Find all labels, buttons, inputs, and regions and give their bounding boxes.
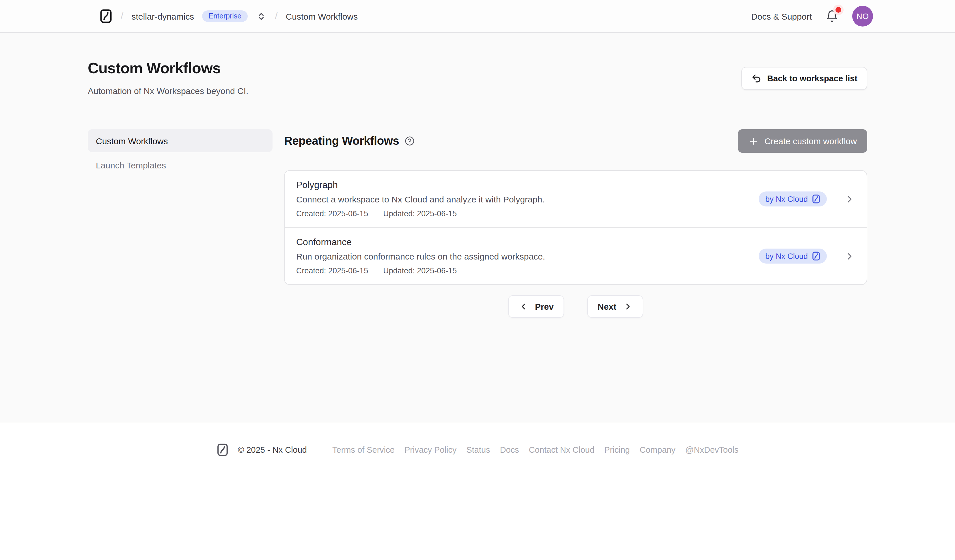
- workflow-row-polygraph[interactable]: Polygraph Connect a workspace to Nx Clou…: [285, 171, 867, 227]
- create-custom-workflow-button[interactable]: Create custom workflow: [738, 129, 867, 153]
- footer-link-docs[interactable]: Docs: [500, 445, 519, 454]
- footer-link-status[interactable]: Status: [466, 445, 490, 454]
- breadcrumb-separator: /: [121, 10, 123, 22]
- workflows-list: Polygraph Connect a workspace to Nx Clou…: [284, 170, 867, 285]
- workflow-updated: Updated: 2025-06-15: [383, 267, 457, 275]
- section-heading: Repeating Workflows: [284, 134, 399, 148]
- footer-link-terms[interactable]: Terms of Service: [332, 445, 395, 454]
- page-content: Custom Workflows Automation of Nx Worksp…: [0, 33, 955, 423]
- back-button-label: Back to workspace list: [767, 74, 858, 83]
- footer: © 2025 - Nx Cloud Terms of Service Priva…: [0, 423, 955, 560]
- nx-logo-icon[interactable]: [216, 443, 229, 457]
- undo-arrow-icon: [751, 73, 761, 84]
- chevron-right-icon: [623, 302, 632, 312]
- nx-logo-icon: [812, 251, 820, 261]
- notifications-button[interactable]: [825, 9, 839, 23]
- page-header: Custom Workflows Automation of Nx Worksp…: [88, 59, 867, 96]
- footer-link-privacy[interactable]: Privacy Policy: [404, 445, 457, 454]
- notification-dot: [836, 7, 841, 13]
- docs-support-link[interactable]: Docs & Support: [751, 11, 812, 21]
- workflow-name: Conformance: [296, 237, 750, 247]
- header-actions: Docs & Support NO: [751, 6, 873, 27]
- footer-link-nxdevtools[interactable]: @NxDevTools: [685, 445, 739, 454]
- by-nx-cloud-badge[interactable]: by Nx Cloud: [759, 192, 827, 206]
- footer-link-company[interactable]: Company: [640, 445, 676, 454]
- page-subtitle: Automation of Nx Workspaces beyond CI.: [88, 86, 248, 96]
- workflow-description: Connect a workspace to Nx Cloud and anal…: [296, 194, 750, 204]
- breadcrumb-page: Custom Workflows: [286, 11, 358, 21]
- help-circle-icon: [405, 136, 415, 146]
- prev-label: Prev: [535, 302, 554, 312]
- next-page-button[interactable]: Next: [587, 295, 643, 318]
- footer-links: Terms of Service Privacy Policy Status D…: [332, 445, 739, 454]
- back-to-workspace-list-button[interactable]: Back to workspace list: [741, 67, 867, 90]
- prev-page-button[interactable]: Prev: [509, 295, 564, 318]
- help-button[interactable]: [405, 136, 415, 146]
- chevron-right-icon: [844, 193, 855, 204]
- workflow-updated: Updated: 2025-06-15: [383, 209, 457, 218]
- page-title: Custom Workflows: [88, 59, 248, 77]
- footer-link-contact[interactable]: Contact Nx Cloud: [529, 445, 595, 454]
- workflow-created: Created: 2025-06-15: [296, 267, 368, 275]
- breadcrumb: / stellar-dynamics Enterprise / Custom W…: [99, 9, 358, 23]
- pagination: Prev Next: [284, 295, 867, 318]
- by-nx-cloud-badge[interactable]: by Nx Cloud: [759, 248, 827, 264]
- create-button-label: Create custom workflow: [764, 136, 857, 146]
- footer-link-pricing[interactable]: Pricing: [604, 445, 630, 454]
- badge-label: by Nx Cloud: [766, 195, 808, 203]
- workspace-switcher-button[interactable]: [256, 11, 267, 22]
- app-root: / stellar-dynamics Enterprise / Custom W…: [0, 0, 955, 560]
- chevron-left-icon: [519, 302, 529, 312]
- copyright-text: © 2025 - Nx Cloud: [238, 445, 307, 454]
- nx-logo-icon: [812, 194, 820, 204]
- plan-badge: Enterprise: [202, 10, 248, 22]
- workflow-created: Created: 2025-06-15: [296, 209, 368, 218]
- sidebar-item-custom-workflows[interactable]: Custom Workflows: [88, 129, 272, 152]
- breadcrumb-separator: /: [275, 10, 277, 22]
- settings-sidebar: Custom Workflows Launch Templates: [88, 129, 272, 176]
- badge-label: by Nx Cloud: [766, 252, 808, 261]
- next-label: Next: [598, 302, 616, 312]
- workflow-description: Run organization conformance rules on th…: [296, 251, 750, 261]
- sidebar-item-launch-templates[interactable]: Launch Templates: [88, 153, 272, 176]
- main-panel: Repeating Workflows: [284, 129, 867, 318]
- breadcrumb-org[interactable]: stellar-dynamics: [132, 11, 194, 21]
- chevron-right-icon: [844, 251, 855, 262]
- user-avatar[interactable]: NO: [852, 6, 873, 27]
- top-nav: / stellar-dynamics Enterprise / Custom W…: [0, 0, 955, 33]
- chevrons-up-down-icon: [257, 12, 266, 20]
- nx-logo-icon[interactable]: [99, 9, 113, 23]
- workflow-name: Polygraph: [296, 180, 750, 190]
- workflow-row-conformance[interactable]: Conformance Run organization conformance…: [285, 227, 867, 284]
- plus-icon: [748, 136, 759, 146]
